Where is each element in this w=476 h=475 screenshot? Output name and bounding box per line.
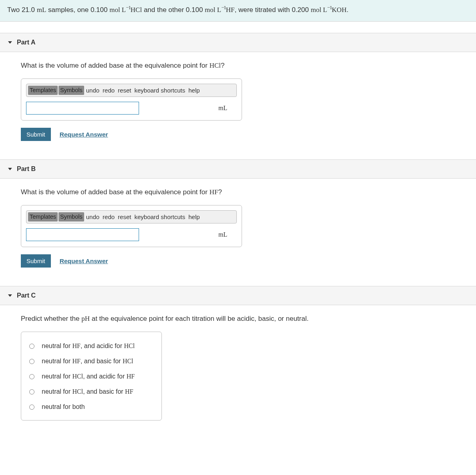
radio-option-1[interactable]: neutral for HF, and acidic for HCl [28, 338, 155, 354]
undo-button[interactable]: undo [85, 213, 101, 221]
keyboard-shortcuts-button[interactable]: keyboard shortcuts [133, 213, 186, 221]
part-a-body: What is the volume of added base at the … [0, 52, 476, 148]
option-label: neutral for both [42, 403, 85, 411]
templates-button[interactable]: Templates [28, 212, 58, 221]
caret-down-icon[interactable] [8, 168, 12, 170]
symbols-button[interactable]: Symbols [58, 86, 84, 95]
unit-label: mL [218, 105, 227, 112]
option-label: neutral for HCl, and acidic for HF [42, 373, 135, 380]
request-answer-link[interactable]: Request Answer [60, 131, 108, 138]
redo-button[interactable]: redo [101, 86, 116, 95]
input-row: mL [21, 226, 242, 247]
equation-toolbar: Templates Symbols undo redo reset keyboa… [26, 210, 237, 223]
option-label: neutral for HF, and basic for HCl [42, 358, 133, 365]
caret-down-icon[interactable] [8, 41, 12, 44]
caret-down-icon[interactable] [8, 294, 12, 297]
unit-molL: mol L−1 [205, 6, 226, 14]
help-button[interactable]: help [187, 213, 201, 221]
help-button[interactable]: help [187, 86, 201, 95]
unit-ml: mL [37, 6, 46, 14]
radio-option-2[interactable]: neutral for HF, and basic for HCl [28, 354, 155, 369]
part-title: Part A [17, 39, 36, 46]
radio-option-3[interactable]: neutral for HCl, and acidic for HF [28, 369, 155, 384]
submit-button[interactable]: Submit [21, 128, 51, 141]
part-a-question: What is the volume of added base at the … [21, 62, 469, 70]
keyboard-shortcuts-button[interactable]: keyboard shortcuts [133, 86, 186, 95]
intro-text: , were titrated with 0.200 [234, 6, 311, 14]
radio-option-5[interactable]: neutral for both [28, 399, 155, 415]
reset-button[interactable]: reset [117, 213, 132, 221]
part-c-header[interactable]: Part C [0, 286, 476, 305]
equation-toolbar: Templates Symbols undo redo reset keyboa… [26, 84, 237, 97]
action-row: Submit Request Answer [21, 128, 469, 141]
radio-input[interactable] [29, 374, 34, 379]
radio-option-4[interactable]: neutral for HCl, and basic for HF [28, 384, 155, 399]
radio-input[interactable] [29, 389, 34, 394]
option-label: neutral for HCl, and basic for HF [42, 388, 133, 395]
option-label: neutral for HF, and acidic for HCl [42, 342, 135, 350]
reset-button[interactable]: reset [117, 86, 132, 95]
part-b-body: What is the volume of added base at the … [0, 179, 476, 275]
part-a-header[interactable]: Part A [0, 33, 476, 52]
intro-text: and the other 0.100 [142, 6, 205, 14]
redo-button[interactable]: redo [101, 213, 116, 221]
chem-hcl: HCl [131, 6, 142, 14]
problem-intro: Two 21.0 mL samples, one 0.100 mol L−1HC… [0, 0, 476, 22]
intro-text: samples, one 0.100 [46, 6, 109, 14]
action-row: Submit Request Answer [21, 254, 469, 268]
radio-input[interactable] [29, 405, 34, 410]
part-b-question: What is the volume of added base at the … [21, 188, 469, 196]
unit-label: mL [218, 231, 227, 238]
answer-box: Templates Symbols undo redo reset keyboa… [21, 205, 242, 247]
part-title: Part C [17, 292, 36, 299]
part-title: Part B [17, 165, 36, 173]
unit-molL: mol L−1 [311, 6, 332, 14]
input-row: mL [21, 99, 242, 120]
submit-button[interactable]: Submit [21, 254, 51, 268]
radio-input[interactable] [29, 359, 34, 364]
chem-koh: KOH [332, 6, 347, 14]
part-c-body: Predict whether the pH at the equivalenc… [0, 305, 476, 428]
intro-text: Two 21.0 [7, 6, 37, 14]
answer-box: Templates Symbols undo redo reset keyboa… [21, 78, 242, 121]
radio-input[interactable] [29, 344, 34, 349]
part-b-header[interactable]: Part B [0, 159, 476, 179]
templates-button[interactable]: Templates [28, 86, 58, 95]
undo-button[interactable]: undo [85, 86, 101, 95]
answer-input[interactable] [26, 228, 139, 241]
intro-text: . [347, 6, 349, 14]
part-c-question: Predict whether the pH at the equivalenc… [21, 315, 469, 323]
chem-hf: HF [226, 6, 235, 14]
request-answer-link[interactable]: Request Answer [60, 258, 108, 265]
answer-input[interactable] [26, 102, 139, 115]
symbols-button[interactable]: Symbols [58, 212, 84, 221]
unit-molL: mol L−1 [109, 6, 131, 14]
radio-options: neutral for HF, and acidic for HCl neutr… [21, 332, 162, 421]
